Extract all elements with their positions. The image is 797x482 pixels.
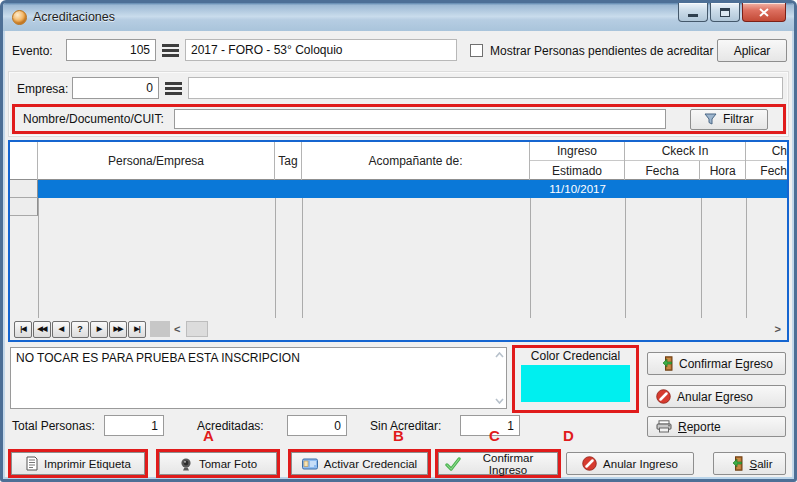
checkin-hora-label: Hora [700, 161, 745, 180]
empresa-input[interactable] [72, 77, 159, 99]
nav-next-button[interactable]: ▶ [90, 321, 108, 338]
anular-egreso-label: Anular Egreso [677, 390, 753, 404]
salir-label: Salir [749, 458, 772, 470]
column-header-ingreso-estimado: Ingreso Estimado [530, 142, 625, 180]
grid-header: Persona/Empresa Tag Acompañante de: Ingr… [10, 142, 787, 180]
nav-prev-page-button[interactable]: ◀◀ [33, 321, 51, 338]
scroll-right-icon[interactable]: > [775, 320, 781, 338]
personas-grid: Persona/Empresa Tag Acompañante de: Ingr… [8, 140, 789, 342]
evento-name-field[interactable] [185, 39, 457, 61]
scroll-down-icon[interactable] [495, 398, 504, 404]
evento-label: Evento: [12, 44, 53, 58]
annotation-letter-a: A [203, 427, 214, 444]
empresa-label: Empresa: [17, 82, 68, 96]
exit-door-icon [726, 456, 743, 471]
titlebar[interactable]: Acreditaciones [3, 3, 794, 31]
app-icon [12, 10, 27, 25]
annotation-letter-c: C [489, 427, 500, 444]
close-button[interactable] [742, 3, 786, 22]
column-header-acompanante: Acompañante de: [302, 142, 530, 180]
tomar-foto-button[interactable]: Tomar Foto [159, 452, 277, 475]
column-header-tag: Tag [275, 142, 302, 180]
column-header-persona: Persona/Empresa [38, 142, 275, 180]
scroll-left-icon[interactable]: < [174, 320, 180, 338]
close-icon [759, 8, 769, 17]
search-input[interactable] [174, 109, 666, 129]
salir-button[interactable]: Salir [713, 452, 786, 475]
confirmar-ingreso-annotation-box: Confirmar Ingreso [435, 449, 561, 478]
tomar-foto-annotation-box: Tomar Foto [156, 449, 280, 478]
scrollbar-track-segment[interactable] [150, 321, 170, 337]
sin-acreditar-label: Sin Acreditar: [370, 419, 441, 433]
color-credencial-panel: Color Credencial [512, 345, 639, 413]
scroll-up-icon[interactable] [495, 352, 504, 358]
imprimir-etiqueta-label: Imprimir Etiqueta [44, 458, 131, 470]
confirmar-egreso-label: Confirmar Egreso [679, 357, 773, 371]
check-icon [445, 457, 461, 471]
activar-credencial-label: Activar Credencial [324, 458, 417, 470]
confirmar-egreso-button[interactable]: Confirmar Egreso [647, 352, 786, 375]
ingreso-estimado-cell[interactable]: 11/10/2017 [530, 180, 625, 198]
column-header-checkout-partial: Ch Fech [746, 142, 787, 180]
checkin-fecha-label: Fecha [625, 161, 700, 180]
confirmar-ingreso-label: Confirmar Ingreso [465, 452, 551, 476]
filter-funnel-icon [704, 113, 717, 126]
checkout-sub-label: Fech [746, 161, 787, 180]
grid-navigator: |◀ ◀◀ ◀ ? ▶ ▶▶ ▶| < > [10, 318, 787, 340]
filtrar-button[interactable]: Filtrar [690, 109, 768, 130]
reporte-button[interactable]: Reporte [647, 416, 786, 437]
ingreso-sub-label: Estimado [530, 161, 624, 180]
pendientes-checkbox[interactable] [470, 44, 483, 57]
imprimir-annotation-box: Imprimir Etiqueta [8, 449, 148, 478]
checkout-group-label: Ch [746, 142, 787, 161]
print-label-icon [25, 456, 38, 471]
imprimir-etiqueta-button[interactable]: Imprimir Etiqueta [11, 452, 145, 475]
search-annotation-box: Nombre/Documento/CUIT: Filtrar [12, 104, 786, 134]
evento-lookup-menu-icon[interactable] [162, 44, 179, 57]
nav-prev-button[interactable]: ◀ [52, 321, 70, 338]
column-header-selector [10, 142, 38, 180]
credential-color-swatch [521, 365, 630, 402]
pendientes-checkbox-label[interactable]: Mostrar Personas pendientes de acreditar [490, 44, 713, 58]
comment-box[interactable]: NO TOCAR ES PARA PRUEBA ESTA INSCRIPCION [10, 347, 507, 409]
tomar-foto-label: Tomar Foto [199, 458, 257, 470]
acreditaciones-window: Acreditaciones Evento: Mostrar Personas … [0, 0, 797, 482]
comment-scrollbar [493, 349, 505, 407]
maximize-icon [720, 8, 730, 17]
confirmar-ingreso-button[interactable]: Confirmar Ingreso [438, 452, 558, 475]
nav-next-page-button[interactable]: ▶▶ [109, 321, 127, 338]
annotation-letter-d: D [563, 427, 574, 444]
acreditadas-value [287, 415, 347, 436]
window-title: Acreditaciones [33, 10, 115, 24]
prohibited-icon [656, 389, 671, 404]
search-label: Nombre/Documento/CUIT: [23, 112, 164, 126]
scrollbar-thumb[interactable] [186, 321, 208, 337]
nav-first-button[interactable]: |◀ [14, 321, 32, 338]
color-credencial-label: Color Credencial [515, 348, 636, 363]
ingreso-group-label: Ingreso [530, 142, 624, 161]
aplicar-button[interactable]: Aplicar [717, 39, 787, 62]
row-selector-cell[interactable] [10, 198, 38, 216]
nav-search-button[interactable]: ? [71, 321, 89, 338]
printer-icon [656, 420, 672, 433]
reporte-label: Reporte [678, 420, 721, 434]
grid-body[interactable]: 11/10/2017 [10, 180, 787, 318]
minimize-icon [688, 14, 698, 17]
nav-last-button[interactable]: ▶| [128, 321, 146, 338]
empresa-name-field[interactable] [188, 77, 783, 99]
anular-ingreso-button[interactable]: Anular Ingreso [566, 452, 694, 475]
anular-egreso-button[interactable]: Anular Egreso [647, 385, 786, 408]
filtrar-button-label: Filtrar [723, 112, 754, 126]
anular-ingreso-label: Anular Ingreso [603, 458, 678, 470]
maximize-button[interactable] [710, 3, 740, 22]
annotation-letter-b: B [393, 427, 404, 444]
exit-door-icon [656, 356, 673, 371]
minimize-button[interactable] [678, 3, 708, 22]
evento-input[interactable] [66, 39, 156, 61]
row-selector-cell[interactable] [10, 180, 38, 198]
webcam-icon [179, 457, 193, 471]
empresa-lookup-menu-icon[interactable] [165, 82, 182, 95]
grid-horizontal-scrollbar[interactable]: < > [150, 320, 783, 338]
activar-credencial-button[interactable]: Activar Credencial [291, 452, 428, 475]
selected-grid-row[interactable]: 11/10/2017 [38, 180, 787, 198]
